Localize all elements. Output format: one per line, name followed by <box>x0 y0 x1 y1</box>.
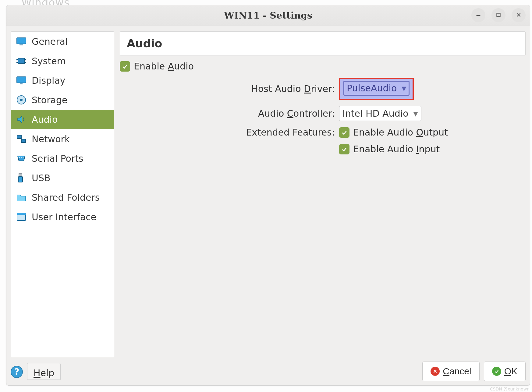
host-audio-driver-label: Host Audio Driver: <box>120 83 339 94</box>
sidebar-item-label: Display <box>32 75 66 86</box>
svg-rect-5 <box>20 44 23 45</box>
svg-point-21 <box>23 157 24 158</box>
help-button[interactable]: Help <box>27 363 61 380</box>
check-icon <box>341 146 348 153</box>
close-button[interactable] <box>512 8 526 22</box>
help-wrap: ? Help <box>11 363 61 380</box>
close-icon <box>515 12 522 19</box>
check-icon <box>122 63 128 70</box>
enable-audio-row: Enable Audio <box>120 61 526 72</box>
svg-rect-13 <box>17 77 26 83</box>
svg-rect-14 <box>20 83 23 84</box>
folder-icon <box>15 191 27 203</box>
sidebar-item-audio[interactable]: Audio <box>11 110 114 129</box>
ok-icon <box>492 367 501 376</box>
speaker-icon <box>15 113 27 125</box>
sidebar-item-user-interface[interactable]: User Interface <box>11 207 114 227</box>
enable-audio-checkbox[interactable] <box>120 61 130 72</box>
audio-controller-row: Audio Controller: Intel HD Audio ▾ <box>120 106 526 121</box>
help-icon: ? <box>11 366 23 378</box>
svg-rect-17 <box>17 135 21 139</box>
usb-icon <box>15 172 27 184</box>
chevron-down-icon: ▾ <box>413 108 418 119</box>
enable-audio-output-checkbox[interactable] <box>339 127 349 138</box>
dialog-footer: ? Help Cancel OK <box>6 357 530 385</box>
sidebar-item-label: Network <box>32 134 70 144</box>
sidebar-item-label: General <box>32 36 68 47</box>
ok-label: OK <box>504 366 517 376</box>
svg-rect-6 <box>18 58 25 64</box>
svg-rect-1 <box>497 13 500 16</box>
host-audio-driver-combo[interactable]: PulseAudio ▾ <box>343 81 410 96</box>
host-audio-driver-row: Host Audio Driver: PulseAudio ▾ <box>120 78 526 100</box>
minimize-button[interactable] <box>471 8 485 22</box>
window-title: WIN11 - Settings <box>224 10 312 21</box>
cancel-button[interactable]: Cancel <box>422 362 479 381</box>
page-title: Audio <box>120 31 526 55</box>
svg-point-20 <box>21 157 22 158</box>
annotation-highlight: PulseAudio ▾ <box>339 78 414 100</box>
dialog-body: General System Display Storage <box>6 26 530 357</box>
network-icon <box>15 133 27 145</box>
audio-form: Enable Audio Host Audio Driver: PulseAud… <box>120 59 526 161</box>
chevron-down-icon: ▾ <box>402 83 406 94</box>
extended-features-input-row: Enable Audio Input <box>120 144 526 154</box>
sidebar-item-general[interactable]: General <box>11 32 114 51</box>
check-icon <box>341 129 348 136</box>
cancel-label: Cancel <box>443 366 471 376</box>
sidebar-item-network[interactable]: Network <box>11 129 114 149</box>
sidebar-item-usb[interactable]: USB <box>11 168 114 188</box>
sidebar-item-label: Serial Ports <box>32 153 83 164</box>
sidebar-item-label: Storage <box>32 95 67 105</box>
svg-point-16 <box>20 99 23 101</box>
sidebar-item-label: Audio <box>32 114 58 125</box>
sidebar-item-label: User Interface <box>32 212 96 222</box>
combo-value: Intel HD Audio <box>342 108 408 119</box>
extended-features-output-row: Extended Features: Enable Audio Output <box>120 127 526 138</box>
disk-icon <box>15 94 27 106</box>
extended-features-label: Extended Features: <box>120 127 339 138</box>
sidebar-item-display[interactable]: Display <box>11 71 114 90</box>
audio-controller-label: Audio Controller: <box>120 108 339 119</box>
chip-icon <box>15 55 27 67</box>
ui-icon <box>15 211 27 223</box>
sidebar-item-label: Shared Folders <box>32 192 100 203</box>
sidebar-item-shared-folders[interactable]: Shared Folders <box>11 188 114 207</box>
sidebar-item-system[interactable]: System <box>11 51 114 71</box>
sidebar-item-serial-ports[interactable]: Serial Ports <box>11 149 114 168</box>
monitor-icon <box>15 35 27 48</box>
audio-controller-combo[interactable]: Intel HD Audio ▾ <box>339 106 421 121</box>
window-controls <box>471 8 526 22</box>
combo-value: PulseAudio <box>347 83 397 94</box>
settings-sidebar: General System Display Storage <box>11 31 114 357</box>
serial-port-icon <box>15 152 27 164</box>
maximize-icon <box>495 12 502 19</box>
settings-content: Audio Enable Audio Host Audio Driver: <box>120 31 526 357</box>
svg-rect-22 <box>19 174 22 177</box>
sidebar-item-label: USB <box>32 173 51 183</box>
enable-audio-output-label: Enable Audio Output <box>353 127 448 138</box>
sidebar-item-label: System <box>32 56 66 66</box>
enable-audio-label: Enable Audio <box>134 61 194 72</box>
watermark: CSDN @xunknown <box>490 387 530 391</box>
enable-audio-input-label: Enable Audio Input <box>353 144 440 154</box>
svg-rect-4 <box>17 38 26 44</box>
minimize-icon <box>475 12 482 19</box>
display-icon <box>15 74 27 87</box>
svg-rect-18 <box>21 139 26 143</box>
svg-rect-23 <box>18 177 23 182</box>
svg-point-19 <box>19 157 20 158</box>
settings-dialog: WIN11 - Settings <box>6 5 530 386</box>
sidebar-item-storage[interactable]: Storage <box>11 90 114 110</box>
ok-button[interactable]: OK <box>484 362 526 381</box>
svg-rect-25 <box>17 213 26 215</box>
enable-audio-input-checkbox[interactable] <box>339 144 349 154</box>
cancel-icon <box>431 367 440 376</box>
titlebar: WIN11 - Settings <box>6 5 530 26</box>
maximize-button[interactable] <box>491 8 505 22</box>
